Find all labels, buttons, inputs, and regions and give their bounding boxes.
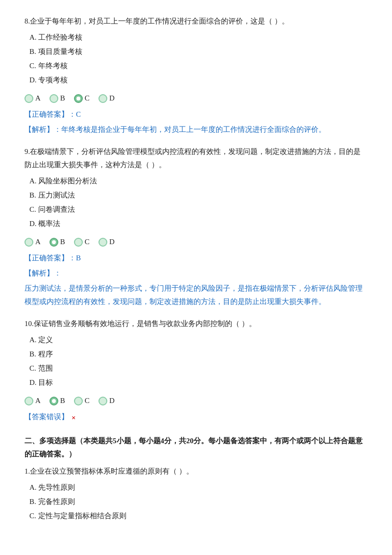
question-10: 10.保证销售业务顺畅有效地运行，是销售与收款业务内部控制的（ ）。 A. 定义… <box>24 317 368 426</box>
q8-option-a: A. 工作经验考核 <box>29 31 368 44</box>
section2-q1-text: 1.企业在设立预警指标体系时应遵循的原则有（ ）。 <box>24 465 368 478</box>
q10-wrong-label: 【答案错误】 <box>24 410 69 424</box>
q10-option-a: A. 定义 <box>29 333 368 347</box>
q10-radio-circle-d[interactable] <box>98 397 107 405</box>
section2-q1-option-a: A. 先导性原则 <box>29 481 368 494</box>
q9-radio-c[interactable]: C <box>74 235 90 249</box>
q8-analysis-label: 【解析】：年终考核是指企业于每年年初，对员工上一年度的工作情况进行全面综合的评价… <box>24 123 368 136</box>
q10-answer-wrong: 【答案错误】 × <box>24 410 368 426</box>
q8-radio-label-a: A <box>35 92 41 105</box>
section2-q1-option-c: C. 定性与定量指标相结合原则 <box>29 509 368 523</box>
q10-radio-label-c: C <box>85 394 90 407</box>
q9-radio-d[interactable]: D <box>98 235 115 249</box>
q10-radio-c[interactable]: C <box>74 394 90 407</box>
q10-wrong-x: × <box>72 411 76 425</box>
q10-radio-b[interactable]: B <box>49 394 65 407</box>
q8-radio-label-b: B <box>60 92 65 105</box>
q10-option-b: B. 程序 <box>29 348 368 361</box>
q8-radio-label-d: D <box>109 92 115 105</box>
q9-analysis-header: 【解析】： <box>24 267 368 280</box>
q8-option-d: D. 专项考核 <box>29 74 368 87</box>
q8-correct-answer: 【正确答案】：C <box>24 108 368 121</box>
q9-radio-circle-c[interactable] <box>74 238 83 247</box>
q9-option-a: A. 风险坐标图分析法 <box>29 175 368 188</box>
q10-radio-a[interactable]: A <box>24 394 41 407</box>
q8-radio-b[interactable]: B <box>49 92 65 105</box>
q9-text: 9.在极端情景下，分析评估风险管理模型或内控流程的有效性，发现问题，制定改进措施… <box>24 145 368 172</box>
q10-option-d: D. 目标 <box>29 376 368 389</box>
q10-radio-label-b: B <box>60 394 65 407</box>
q9-radio-label-c: C <box>85 235 90 249</box>
q8-radio-a[interactable]: A <box>24 92 41 105</box>
q9-radio-circle-d[interactable] <box>98 238 107 247</box>
q10-radio-label-a: A <box>35 394 41 407</box>
question-8: 8.企业于每年年初，对员工上一年度的工作情况进行全面综合的评价，这是（ ）。 A… <box>24 15 368 136</box>
section2-header: 二、多项选择题（本类题共5小题，每小题4分，共20分。每小题备选答案中，有两个或… <box>24 434 368 461</box>
q8-radio-row: A B C D <box>24 92 368 105</box>
q9-radio-row: A B C D <box>24 235 368 249</box>
q8-radio-circle-d[interactable] <box>98 94 107 103</box>
q8-radio-circle-b[interactable] <box>49 94 58 103</box>
q9-option-d: D. 概率法 <box>29 217 368 230</box>
q8-radio-c[interactable]: C <box>74 92 90 105</box>
q8-radio-circle-c[interactable] <box>74 94 83 103</box>
q10-radio-circle-a[interactable] <box>24 397 33 405</box>
q8-radio-circle-a[interactable] <box>24 94 33 103</box>
q8-radio-label-c: C <box>85 92 90 105</box>
q10-radio-circle-c[interactable] <box>74 397 83 405</box>
section2-q1-option-b: B. 完备性原则 <box>29 495 368 508</box>
q9-radio-b[interactable]: B <box>49 235 65 249</box>
q9-option-c: C. 问卷调查法 <box>29 203 368 216</box>
q9-correct-answer: 【正确答案】：B <box>24 252 368 265</box>
q10-radio-d[interactable]: D <box>98 394 115 407</box>
q9-analysis-text: 压力测试法，是情景分析的一种形式，专门用于特定的风险因子，是指在极端情景下，分析… <box>24 282 368 308</box>
q9-radio-label-b: B <box>60 235 65 249</box>
question-9: 9.在极端情景下，分析评估风险管理模型或内控流程的有效性，发现问题，制定改进措施… <box>24 145 368 308</box>
q8-text: 8.企业于每年年初，对员工上一年度的工作情况进行全面综合的评价，这是（ ）。 <box>24 15 368 28</box>
q9-radio-circle-a[interactable] <box>24 238 33 247</box>
q10-text: 10.保证销售业务顺畅有效地运行，是销售与收款业务内部控制的（ ）。 <box>24 317 368 330</box>
q10-option-c: C. 范围 <box>29 362 368 375</box>
section2-q1: 1.企业在设立预警指标体系时应遵循的原则有（ ）。 A. 先导性原则 B. 完备… <box>24 465 368 523</box>
q10-radio-circle-b[interactable] <box>49 397 58 405</box>
q8-option-c: C. 年终考核 <box>29 59 368 73</box>
q10-radio-row: A B C D <box>24 394 368 407</box>
q9-radio-circle-b[interactable] <box>49 238 58 247</box>
q9-option-b: B. 压力测试法 <box>29 189 368 202</box>
q9-radio-label-a: A <box>35 235 41 249</box>
q8-option-b: B. 项目质量考核 <box>29 45 368 58</box>
q9-radio-label-d: D <box>109 235 115 249</box>
q9-radio-a[interactable]: A <box>24 235 41 249</box>
q10-radio-label-d: D <box>109 394 115 407</box>
q8-radio-d[interactable]: D <box>98 92 115 105</box>
